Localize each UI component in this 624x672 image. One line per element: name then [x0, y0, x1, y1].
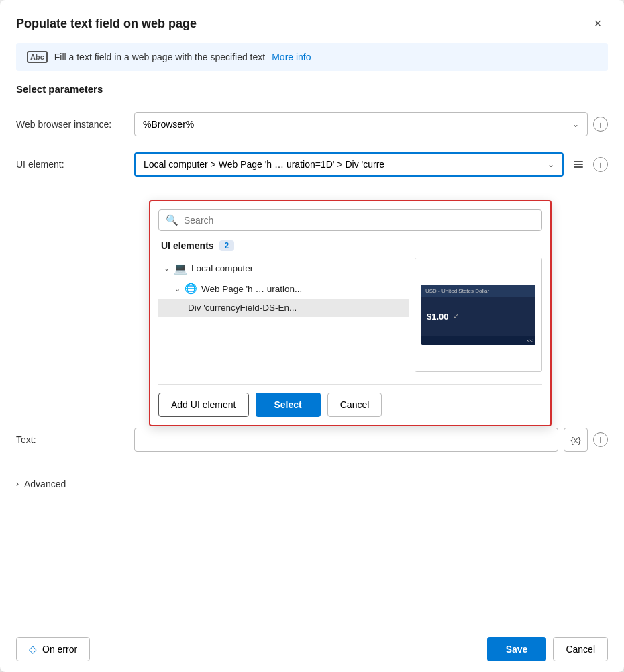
dialog-header: Populate text field on web page ×	[0, 0, 624, 43]
footer-right: Save Cancel	[487, 637, 608, 661]
cancel-popup-button[interactable]: Cancel	[327, 393, 382, 417]
preview-dollar-value: $1.00	[427, 311, 449, 322]
tree-list: ⌄ 💻 Local computer ⌄ 🌐 Web Page 'h … ura…	[158, 258, 409, 372]
chevron-down-icon: ⌄	[548, 160, 554, 169]
tree-item-label: Div 'currencyField-DS-En...	[188, 303, 297, 313]
preview-nav-btn: <<	[527, 338, 533, 343]
more-info-link[interactable]: More info	[272, 52, 311, 62]
globe-icon: 🌐	[185, 283, 197, 295]
text-info-icon[interactable]: i	[593, 432, 608, 447]
text-row: Text: {x} i	[0, 422, 624, 457]
text-label: Text:	[16, 434, 123, 445]
preview-panel: USD - United States Dollar $1.00 ✓ <<	[415, 258, 542, 372]
section-title: Select parameters	[0, 83, 624, 95]
text-control: {x} i	[134, 428, 608, 452]
dialog-footer: ◇ On error Save Cancel	[0, 626, 624, 672]
ui-element-dropdown-popup: 🔍 UI elements 2 ⌄ 💻 Local computer ⌄ 🌐	[149, 200, 552, 426]
web-browser-row: Web browser instance: %Browser% ⌄ i	[0, 107, 624, 142]
search-icon: 🔍	[166, 214, 178, 226]
save-button[interactable]: Save	[487, 637, 547, 661]
preview-inner: USD - United States Dollar $1.00 ✓ <<	[415, 258, 541, 371]
ui-elements-header: UI elements 2	[158, 240, 542, 251]
popup-footer: Add UI element Select Cancel	[158, 384, 542, 417]
add-ui-element-button[interactable]: Add UI element	[158, 393, 249, 417]
text-input-wrap: {x}	[134, 428, 588, 452]
close-button[interactable]: ×	[588, 13, 608, 34]
ui-elements-label: UI elements	[161, 240, 214, 251]
preview-mock-content: $1.00 ✓	[421, 297, 535, 336]
advanced-row[interactable]: › Advanced	[0, 471, 624, 497]
tree-area: ⌄ 💻 Local computer ⌄ 🌐 Web Page 'h … ura…	[158, 258, 542, 372]
web-browser-info-icon[interactable]: i	[593, 117, 608, 132]
web-browser-label: Web browser instance:	[16, 119, 123, 130]
ui-element-dropdown[interactable]: Local computer > Web Page 'h … uration=1…	[134, 152, 564, 177]
on-error-button[interactable]: ◇ On error	[16, 637, 90, 661]
svg-rect-2	[574, 161, 583, 162]
chevron-down-icon: ⌄	[174, 285, 180, 293]
svg-rect-0	[574, 166, 583, 168]
select-button[interactable]: Select	[256, 393, 321, 417]
tree-item-div[interactable]: Div 'currencyField-DS-En...	[158, 299, 409, 317]
computer-icon: 💻	[174, 262, 187, 275]
info-banner: Abc Fill a text field in a web page with…	[16, 43, 608, 71]
ui-element-value: Local computer > Web Page 'h … uration=1…	[144, 159, 384, 170]
ui-element-row: UI element: Local computer > Web Page 'h…	[0, 147, 624, 182]
ui-element-info-icon[interactable]: i	[593, 157, 608, 172]
web-browser-control: %Browser% ⌄ i	[134, 112, 608, 136]
dialog: Populate text field on web page × Abc Fi…	[0, 0, 624, 672]
tree-item-label: Web Page 'h … uration...	[201, 284, 302, 294]
preview-mock-bar: USD - United States Dollar	[421, 285, 535, 297]
ui-element-control: Local computer > Web Page 'h … uration=1…	[134, 152, 608, 177]
on-error-label: On error	[42, 644, 77, 655]
chevron-right-icon: ›	[16, 479, 19, 489]
ui-elements-count-badge: 2	[219, 240, 235, 251]
preview-checkmark-icon: ✓	[453, 312, 459, 321]
web-browser-dropdown[interactable]: %Browser% ⌄	[134, 112, 588, 136]
layers-icon[interactable]	[569, 155, 588, 174]
search-box: 🔍	[158, 209, 542, 231]
ui-element-label: UI element:	[16, 159, 123, 170]
preview-mock-bar-text: USD - United States Dollar	[425, 288, 489, 294]
preview-mock: USD - United States Dollar $1.00 ✓ <<	[421, 285, 535, 345]
cancel-dialog-button[interactable]: Cancel	[553, 637, 608, 661]
variable-button[interactable]: {x}	[564, 428, 588, 452]
abc-icon: Abc	[27, 51, 48, 63]
svg-rect-1	[574, 164, 583, 165]
tree-item-local-computer[interactable]: ⌄ 💻 Local computer	[158, 258, 409, 279]
tree-item-label: Local computer	[191, 263, 253, 273]
shield-icon: ◇	[29, 643, 37, 655]
dialog-title: Populate text field on web page	[16, 17, 197, 31]
text-input[interactable]	[134, 428, 558, 452]
chevron-down-icon: ⌄	[164, 264, 170, 273]
banner-text: Fill a text field in a web page with the…	[54, 52, 265, 62]
advanced-label: Advanced	[24, 479, 66, 489]
search-input[interactable]	[184, 215, 535, 226]
chevron-down-icon: ⌄	[572, 119, 579, 129]
web-browser-value: %Browser%	[143, 119, 194, 130]
tree-item-webpage[interactable]: ⌄ 🌐 Web Page 'h … uration...	[158, 279, 409, 299]
preview-mock-nav: <<	[421, 336, 535, 345]
